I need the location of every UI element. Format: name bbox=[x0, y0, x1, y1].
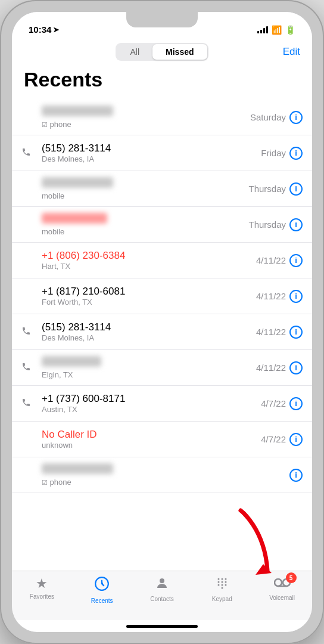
call-phone-icon bbox=[21, 147, 36, 159]
caller-name: (515) 281-3114 bbox=[42, 143, 261, 154]
home-bar bbox=[126, 625, 198, 628]
phone-screen: 10:34 ➤ 📶 🔋 All Missed bbox=[12, 12, 312, 632]
caller-sub: Des Moines, IA bbox=[42, 154, 261, 163]
svg-point-5 bbox=[225, 578, 226, 580]
call-date: Thursday bbox=[248, 219, 286, 230]
call-date: 4/11/22 bbox=[256, 363, 286, 373]
info-button[interactable]: i bbox=[289, 111, 303, 124]
info-button[interactable]: i bbox=[289, 290, 303, 303]
wifi-icon: 📶 bbox=[272, 25, 282, 35]
caller-sub: ☑ phone bbox=[42, 478, 286, 487]
notch bbox=[126, 12, 198, 27]
call-item: +1 (806) 230-6384 Hart, TX 4/11/22 i bbox=[12, 243, 312, 278]
call-info: No Caller ID unknown bbox=[42, 429, 261, 450]
call-meta: Friday i bbox=[261, 147, 303, 160]
bar2 bbox=[260, 30, 262, 33]
call-date: 4/7/22 bbox=[261, 434, 286, 444]
tab-recents[interactable]: Recents bbox=[72, 576, 132, 604]
svg-point-12 bbox=[221, 587, 223, 589]
call-info: (515) 281-3114 Des Moines, IA bbox=[42, 143, 261, 163]
call-info: ☑ phone bbox=[42, 463, 286, 487]
svg-point-7 bbox=[221, 581, 223, 583]
info-button[interactable]: i bbox=[289, 326, 303, 339]
segment-row: All Missed Edit bbox=[24, 43, 300, 61]
tab-contacts[interactable]: Contacts bbox=[132, 576, 192, 602]
segment-control: All Missed bbox=[116, 43, 208, 61]
status-time: 10:34 ➤ bbox=[29, 24, 59, 35]
info-button[interactable]: i bbox=[289, 469, 303, 482]
call-meta: Thursday i bbox=[248, 182, 303, 196]
caller-sub: Hart, TX bbox=[42, 262, 256, 271]
keypad-icon bbox=[215, 576, 229, 594]
info-button[interactable]: i bbox=[289, 218, 303, 231]
voicemail-icon-wrapper: 5 bbox=[274, 576, 291, 593]
call-item: (515) 281-3114 Des Moines, IA 4/11/22 i bbox=[12, 314, 312, 350]
tab-keypad[interactable]: Keypad bbox=[192, 576, 252, 602]
tab-recents-label: Recents bbox=[91, 597, 113, 604]
call-phone-icon bbox=[21, 362, 36, 374]
call-meta: 4/11/22 i bbox=[256, 361, 303, 374]
call-meta: Thursday i bbox=[248, 218, 303, 231]
tab-favorites[interactable]: ★ Favorites bbox=[12, 576, 72, 600]
call-meta: 4/11/22 i bbox=[256, 290, 303, 303]
caller-name: (515) 281-3114 bbox=[42, 321, 256, 333]
caller-name-missed: No Caller ID bbox=[42, 429, 261, 441]
call-info: ☑ phone bbox=[42, 106, 250, 129]
svg-point-13 bbox=[275, 579, 282, 586]
time-label: 10:34 bbox=[29, 24, 51, 35]
info-button[interactable]: i bbox=[289, 433, 303, 446]
home-indicator bbox=[12, 620, 312, 632]
location-icon: ➤ bbox=[53, 26, 59, 34]
call-info: mobile bbox=[42, 213, 248, 236]
tab-voicemail[interactable]: 5 Voicemail bbox=[252, 576, 312, 601]
svg-point-11 bbox=[225, 584, 226, 586]
blurred-name bbox=[42, 356, 256, 370]
segment-all-button[interactable]: All bbox=[117, 44, 152, 60]
svg-point-2 bbox=[160, 578, 164, 583]
battery-icon: 🔋 bbox=[285, 25, 295, 35]
blurred-red-name bbox=[42, 213, 248, 227]
call-item: +1 (817) 210-6081 Fort Worth, TX 4/11/22… bbox=[12, 278, 312, 314]
call-date: 4/7/22 bbox=[261, 398, 286, 408]
caller-sub: ☑ phone bbox=[42, 120, 250, 129]
caller-name: +1 (737) 600-8171 bbox=[42, 393, 261, 405]
caller-sub: Elgin, TX bbox=[42, 370, 256, 379]
segment-missed-button[interactable]: Missed bbox=[152, 44, 207, 60]
caller-sub: Austin, TX bbox=[42, 405, 261, 414]
call-info: +1 (806) 230-6384 Hart, TX bbox=[42, 250, 256, 271]
call-date: 4/11/22 bbox=[256, 327, 286, 337]
call-meta: 4/11/22 i bbox=[256, 254, 303, 267]
bar1 bbox=[257, 31, 259, 33]
call-item: mobile Thursday i bbox=[12, 207, 312, 243]
svg-point-10 bbox=[221, 584, 223, 586]
call-list: ☑ phone Saturday i (515) 281-3114 Des bbox=[12, 100, 312, 571]
edit-button[interactable]: Edit bbox=[283, 46, 300, 58]
call-date: 4/11/22 bbox=[256, 291, 286, 301]
info-button[interactable]: i bbox=[289, 397, 303, 410]
call-item: Elgin, TX 4/11/22 i bbox=[12, 350, 312, 386]
call-meta: Saturday i bbox=[250, 111, 303, 124]
call-info: +1 (737) 600-8171 Austin, TX bbox=[42, 393, 261, 414]
info-button[interactable]: i bbox=[289, 254, 303, 267]
call-info: (515) 281-3114 Des Moines, IA bbox=[42, 321, 256, 342]
call-date: Thursday bbox=[248, 184, 286, 194]
caller-name-missed: +1 (806) 230-6384 bbox=[42, 250, 256, 262]
bar3 bbox=[263, 28, 265, 33]
tab-favorites-label: Favorites bbox=[30, 593, 54, 600]
call-meta: 4/7/22 i bbox=[261, 433, 303, 446]
info-button[interactable]: i bbox=[289, 182, 303, 196]
recents-title: Recents bbox=[24, 66, 300, 92]
svg-point-9 bbox=[217, 584, 219, 586]
phone-frame: 10:34 ➤ 📶 🔋 All Missed bbox=[0, 0, 324, 644]
caller-sub: Fort Worth, TX bbox=[42, 298, 256, 306]
svg-point-6 bbox=[217, 581, 219, 583]
info-button[interactable]: i bbox=[289, 147, 303, 160]
call-item: No Caller ID unknown 4/7/22 i bbox=[12, 422, 312, 457]
call-info: Elgin, TX bbox=[42, 356, 256, 379]
call-meta: i bbox=[286, 469, 303, 482]
info-button[interactable]: i bbox=[289, 361, 303, 374]
call-item: mobile Thursday i bbox=[12, 171, 312, 207]
caller-sub: mobile bbox=[42, 227, 248, 236]
call-item: ☑ phone Saturday i bbox=[12, 100, 312, 135]
call-item: (515) 281-3114 Des Moines, IA Friday i bbox=[12, 135, 312, 171]
